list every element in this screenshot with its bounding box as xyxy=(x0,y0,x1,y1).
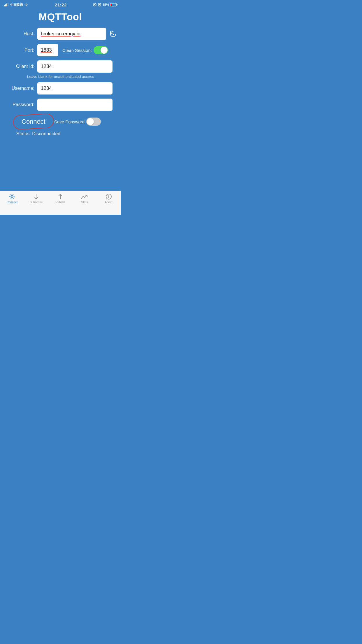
host-row: Host: xyxy=(8,28,113,40)
svg-rect-0 xyxy=(4,5,5,6)
username-row: Username: xyxy=(8,82,113,94)
svg-line-8 xyxy=(99,5,100,6)
password-row: Password: xyxy=(8,99,113,111)
signal-icon xyxy=(4,3,9,6)
tab-subscribe[interactable]: Subscribe xyxy=(27,193,45,204)
save-password-label: Save Password xyxy=(54,119,85,124)
clean-session-wrap: Clean Session: xyxy=(62,46,108,54)
app-title: MQTTool xyxy=(0,8,121,28)
tab-about[interactable]: About xyxy=(100,193,117,204)
host-input[interactable] xyxy=(37,28,106,40)
clientid-input[interactable] xyxy=(37,60,113,73)
tab-connect[interactable]: Connect xyxy=(3,193,21,204)
tab-publish-label: Publish xyxy=(56,201,65,204)
tab-stats[interactable]: Stats xyxy=(76,193,93,204)
port-label: Port: xyxy=(8,48,34,53)
clean-session-toggle[interactable] xyxy=(94,46,108,54)
publish-tab-icon xyxy=(57,193,64,200)
status-right: 15% xyxy=(93,3,117,6)
form-area: Host: Port: Clean Session: Client Id: xyxy=(0,28,121,136)
connect-tab-icon xyxy=(8,193,16,200)
tab-about-label: About xyxy=(105,201,113,204)
password-input[interactable] xyxy=(37,99,113,111)
connect-btn-wrap: Connect xyxy=(16,116,51,128)
svg-point-15 xyxy=(12,196,13,197)
status-left: 中国联通 xyxy=(4,3,29,7)
location-icon xyxy=(93,3,96,6)
subscribe-tab-icon xyxy=(33,193,39,200)
battery-icon xyxy=(110,3,117,6)
username-label: Username: xyxy=(8,86,34,91)
carrier-text: 中国联通 xyxy=(10,3,23,7)
connect-button[interactable]: Connect xyxy=(16,116,51,128)
status-bar: 中国联通 21:22 15% xyxy=(0,0,121,8)
port-input[interactable] xyxy=(37,44,58,56)
history-icon[interactable] xyxy=(108,29,118,38)
svg-rect-1 xyxy=(5,4,6,6)
port-row: Port: Clean Session: xyxy=(8,44,113,56)
connect-row: Connect Save Password xyxy=(8,116,113,128)
clean-session-thumb xyxy=(101,47,108,54)
save-password-wrap: Save Password xyxy=(54,118,101,126)
svg-point-5 xyxy=(94,4,95,5)
status-text: Status: Disconnected xyxy=(8,131,113,136)
tab-bar: Connect Subscribe Publish Stats Ab xyxy=(0,191,121,215)
tab-publish[interactable]: Publish xyxy=(52,193,69,204)
clean-session-label: Clean Session: xyxy=(62,48,92,53)
save-password-toggle[interactable] xyxy=(86,118,101,126)
time-display: 21:22 xyxy=(55,2,67,7)
tab-subscribe-label: Subscribe xyxy=(30,201,43,204)
clientid-row: Client Id: xyxy=(8,60,113,73)
username-input[interactable] xyxy=(37,82,113,94)
save-password-thumb xyxy=(87,118,94,125)
tab-connect-label: Connect xyxy=(7,201,17,204)
svg-rect-2 xyxy=(6,4,7,6)
password-label: Password: xyxy=(8,102,34,107)
hint-text: Leave blank for unauthenticated access xyxy=(8,74,113,79)
svg-rect-3 xyxy=(8,3,8,6)
battery-pct: 15% xyxy=(103,3,109,6)
host-label: Host: xyxy=(8,31,34,36)
tab-stats-label: Stats xyxy=(81,201,88,204)
stats-tab-icon xyxy=(81,193,88,200)
svg-point-19 xyxy=(108,195,109,196)
host-input-wrap xyxy=(37,28,118,40)
wifi-icon xyxy=(24,3,29,6)
about-tab-icon xyxy=(106,193,112,200)
clientid-label: Client Id: xyxy=(8,64,34,69)
alarm-icon xyxy=(98,3,101,6)
